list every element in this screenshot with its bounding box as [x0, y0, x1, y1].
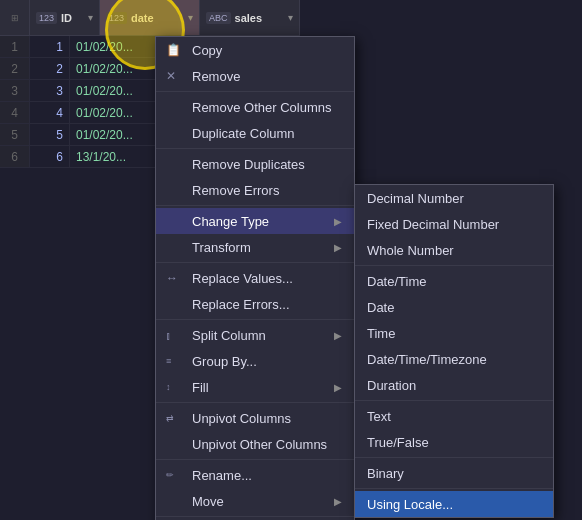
rename-label: Rename... — [192, 468, 252, 483]
remove-label: Remove — [192, 69, 240, 84]
menu-separator — [156, 319, 354, 320]
menu-item-remove-duplicates[interactable]: Remove Duplicates — [156, 151, 354, 177]
menu-item-group-by[interactable]: ≡Group By... — [156, 348, 354, 374]
sales-col-label: sales — [235, 12, 263, 24]
menu-item-unpivot-cols[interactable]: ⇄Unpivot Columns — [156, 405, 354, 431]
id-cell: 1 — [30, 36, 70, 57]
true-false-label: True/False — [367, 435, 429, 450]
submenu-item-time[interactable]: Time — [355, 320, 553, 346]
row-num-cell: 6 — [0, 146, 30, 167]
replace-values-icon: ↔ — [166, 271, 178, 285]
remove-duplicates-label: Remove Duplicates — [192, 157, 305, 172]
row-num-cell: 1 — [0, 36, 30, 57]
row-num-cell: 3 — [0, 80, 30, 101]
date-column-header[interactable]: 123 date ▾ — [100, 0, 200, 35]
id-column-header[interactable]: 123 ID ▾ — [30, 0, 100, 35]
group-by-icon: ≡ — [166, 356, 171, 366]
submenu-item-datetime[interactable]: Date/Time — [355, 268, 553, 294]
id-cell: 4 — [30, 102, 70, 123]
sales-column-header[interactable]: ABC sales ▾ — [200, 0, 300, 35]
fill-icon: ↕ — [166, 382, 171, 392]
menu-item-rename[interactable]: ✏Rename... — [156, 462, 354, 488]
grid-header: ⊞ 123 ID ▾ 123 date ▾ ABC sales ▾ — [0, 0, 300, 36]
date-label: Date — [367, 300, 394, 315]
menu-item-change-type[interactable]: Change Type▶ — [156, 208, 354, 234]
unpivot-other-cols-label: Unpivot Other Columns — [192, 437, 327, 452]
menu-separator — [156, 516, 354, 517]
row-num-cell: 5 — [0, 124, 30, 145]
unpivot-cols-label: Unpivot Columns — [192, 411, 291, 426]
submenu-item-using-locale[interactable]: Using Locale... — [355, 491, 553, 517]
date-dropdown-arrow[interactable]: ▾ — [188, 12, 193, 23]
move-label: Move — [192, 494, 224, 509]
menu-item-remove-other-cols[interactable]: Remove Other Columns — [156, 94, 354, 120]
date-type-badge: 123 — [106, 12, 127, 24]
context-menu: 📋Copy✕RemoveRemove Other ColumnsDuplicat… — [155, 36, 355, 520]
change-type-arrow: ▶ — [334, 216, 342, 227]
datetime-label: Date/Time — [367, 274, 426, 289]
menu-item-transform[interactable]: Transform▶ — [156, 234, 354, 260]
menu-item-replace-errors[interactable]: Replace Errors... — [156, 291, 354, 317]
menu-item-fill[interactable]: ↕Fill▶ — [156, 374, 354, 400]
menu-item-split-column[interactable]: ⫿Split Column▶ — [156, 322, 354, 348]
move-arrow: ▶ — [334, 496, 342, 507]
submenu-item-whole-number[interactable]: Whole Number — [355, 237, 553, 263]
menu-separator — [156, 205, 354, 206]
submenu-item-decimal[interactable]: Decimal Number — [355, 185, 553, 211]
menu-item-duplicate-col[interactable]: Duplicate Column — [156, 120, 354, 146]
submenu-separator — [355, 457, 553, 458]
remove-icon: ✕ — [166, 69, 176, 83]
id-cell: 5 — [30, 124, 70, 145]
menu-separator — [156, 91, 354, 92]
submenu-item-text[interactable]: Text — [355, 403, 553, 429]
change-type-label: Change Type — [192, 214, 269, 229]
id-type-badge: 123 — [36, 12, 57, 24]
row-num-cell: 4 — [0, 102, 30, 123]
submenu-item-true-false[interactable]: True/False — [355, 429, 553, 455]
replace-values-label: Replace Values... — [192, 271, 293, 286]
binary-label: Binary — [367, 466, 404, 481]
copy-label: Copy — [192, 43, 222, 58]
submenu-separator — [355, 265, 553, 266]
menu-item-move[interactable]: Move▶ — [156, 488, 354, 514]
menu-item-remove[interactable]: ✕Remove — [156, 63, 354, 89]
sales-type-badge: ABC — [206, 12, 231, 24]
menu-item-copy[interactable]: 📋Copy — [156, 37, 354, 63]
text-label: Text — [367, 409, 391, 424]
split-column-label: Split Column — [192, 328, 266, 343]
id-cell: 6 — [30, 146, 70, 167]
menu-item-replace-values[interactable]: ↔Replace Values... — [156, 265, 354, 291]
copy-icon: 📋 — [166, 43, 181, 57]
duration-label: Duration — [367, 378, 416, 393]
id-dropdown-arrow[interactable]: ▾ — [88, 12, 93, 23]
id-cell: 3 — [30, 80, 70, 101]
using-locale-label: Using Locale... — [367, 497, 453, 512]
submenu-item-duration[interactable]: Duration — [355, 372, 553, 398]
menu-separator — [156, 148, 354, 149]
fill-arrow: ▶ — [334, 382, 342, 393]
menu-separator — [156, 262, 354, 263]
menu-separator — [156, 402, 354, 403]
sales-dropdown-arrow[interactable]: ▾ — [288, 12, 293, 23]
transform-arrow: ▶ — [334, 242, 342, 253]
menu-item-unpivot-other-cols[interactable]: Unpivot Other Columns — [156, 431, 354, 457]
duplicate-col-label: Duplicate Column — [192, 126, 295, 141]
row-num-cell: 2 — [0, 58, 30, 79]
submenu-item-date[interactable]: Date — [355, 294, 553, 320]
menu-item-remove-errors[interactable]: Remove Errors — [156, 177, 354, 203]
submenu-item-datetime-tz[interactable]: Date/Time/Timezone — [355, 346, 553, 372]
rename-icon: ✏ — [166, 470, 174, 480]
submenu-item-binary[interactable]: Binary — [355, 460, 553, 486]
menu-separator — [156, 459, 354, 460]
remove-other-cols-label: Remove Other Columns — [192, 100, 331, 115]
submenu-item-fixed-decimal[interactable]: Fixed Decimal Number — [355, 211, 553, 237]
split-column-arrow: ▶ — [334, 330, 342, 341]
time-label: Time — [367, 326, 395, 341]
decimal-label: Decimal Number — [367, 191, 464, 206]
transform-label: Transform — [192, 240, 251, 255]
id-cell: 2 — [30, 58, 70, 79]
change-type-submenu: Decimal NumberFixed Decimal NumberWhole … — [354, 184, 554, 518]
row-num-header: ⊞ — [0, 0, 30, 35]
unpivot-icon: ⇄ — [166, 413, 174, 423]
whole-number-label: Whole Number — [367, 243, 454, 258]
